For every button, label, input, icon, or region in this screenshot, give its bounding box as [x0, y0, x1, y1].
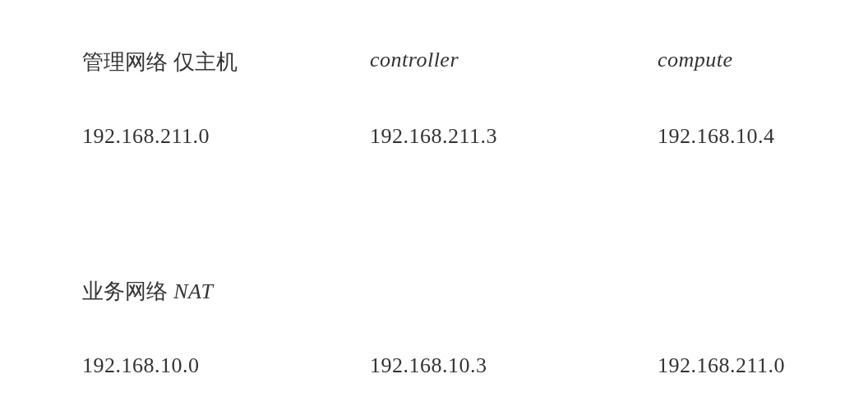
management-network-header: 管理网络 仅主机 — [82, 41, 362, 83]
empty-cell — [362, 270, 633, 312]
empty-cell — [633, 270, 868, 312]
management-compute-ip: 192.168.10.4 — [633, 118, 868, 155]
management-network-label: 管理网络 仅主机 — [82, 49, 238, 74]
business-network-label-cn: 业务网络 — [82, 279, 173, 303]
spacer — [82, 83, 868, 118]
business-subnet: 192.168.10.0 — [82, 347, 362, 385]
compute-column-header: compute — [633, 41, 868, 83]
spacer — [82, 155, 868, 270]
spacer — [82, 312, 868, 347]
management-subnet: 192.168.211.0 — [82, 118, 362, 155]
business-network-header: 业务网络 NAT — [82, 270, 362, 312]
controller-column-header: controller — [362, 41, 633, 83]
business-controller-ip: 192.168.10.3 — [362, 347, 633, 385]
management-controller-ip: 192.168.211.3 — [362, 118, 633, 155]
business-compute-ip: 192.168.211.0 — [633, 347, 868, 385]
business-network-label-en: NAT — [173, 279, 213, 303]
network-diagram: 管理网络 仅主机 controller compute 192.168.211.… — [82, 41, 868, 385]
